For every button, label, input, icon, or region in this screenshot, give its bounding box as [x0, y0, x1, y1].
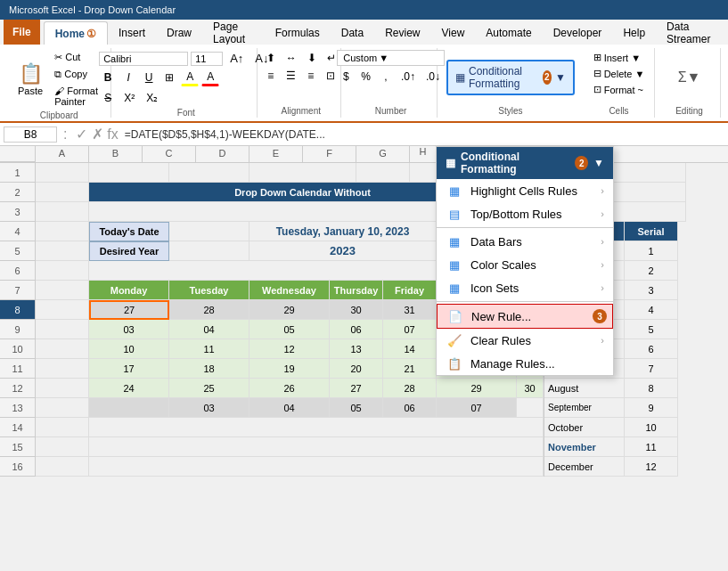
- menu-manage-rules[interactable]: 📋 Manage Rules...: [437, 352, 613, 375]
- today-label[interactable]: Today's Date: [89, 222, 169, 241]
- cell-c1[interactable]: [169, 163, 249, 183]
- cal-12-c[interactable]: 25: [169, 379, 249, 398]
- cell-a6[interactable]: [36, 261, 89, 281]
- tab-insert[interactable]: Insert: [108, 21, 156, 45]
- cal-13-c[interactable]: 03: [169, 398, 249, 418]
- cal-13-b[interactable]: [89, 398, 169, 418]
- insert-button[interactable]: ⊞ Insert ▼: [588, 50, 650, 65]
- tab-file[interactable]: File: [4, 20, 40, 45]
- format-button[interactable]: ⊡ Format ~: [588, 82, 650, 97]
- autosum-button[interactable]: Σ▼: [675, 69, 705, 86]
- day-monday[interactable]: Monday: [89, 281, 169, 300]
- cal-13-e[interactable]: 05: [330, 398, 383, 418]
- bold-button[interactable]: B: [99, 69, 117, 86]
- tab-review[interactable]: Review: [374, 21, 430, 45]
- cal-8-d[interactable]: 29: [249, 300, 330, 320]
- delete-button[interactable]: ⊟ Delete ▼: [588, 66, 650, 81]
- menu-clear-rules[interactable]: 🧹 Clear Rules ›: [437, 329, 613, 352]
- cell-c5[interactable]: [169, 241, 249, 261]
- cell-b14[interactable]: [89, 418, 544, 437]
- cal-12-d[interactable]: 26: [249, 379, 330, 398]
- cal-13-d[interactable]: 04: [249, 398, 330, 418]
- cal-11-c[interactable]: 18: [169, 359, 249, 379]
- cut-button[interactable]: ✂ Cut: [50, 50, 105, 65]
- tab-formulas[interactable]: Formulas: [265, 21, 331, 45]
- cell-c4[interactable]: [169, 222, 249, 241]
- cal-8-f[interactable]: 31: [383, 300, 437, 320]
- tab-data[interactable]: Data: [331, 21, 374, 45]
- desired-year-label[interactable]: Desired Year: [89, 241, 169, 261]
- cal-8-e[interactable]: 30: [330, 300, 383, 320]
- tab-page-layout[interactable]: Page Layout: [202, 21, 265, 45]
- cell-a1[interactable]: [36, 163, 89, 183]
- number-format-dropdown[interactable]: Custom ▼: [337, 50, 445, 66]
- cell-reference-input[interactable]: [4, 126, 57, 143]
- align-top-button[interactable]: ⬆: [262, 50, 280, 66]
- superscript-button[interactable]: X²: [119, 90, 139, 106]
- paste-button[interactable]: 📋 Paste: [12, 61, 48, 98]
- percent-button[interactable]: %: [356, 69, 375, 85]
- cal-12-f[interactable]: 28: [383, 379, 437, 398]
- cal-11-b[interactable]: 17: [89, 359, 169, 379]
- cal-8-c[interactable]: 28: [169, 300, 249, 320]
- tab-developer[interactable]: Developer: [543, 21, 613, 45]
- menu-new-rule[interactable]: 📄 New Rule... 3: [437, 304, 613, 329]
- increase-font-button[interactable]: A↑: [225, 50, 248, 67]
- day-tuesday[interactable]: Tuesday: [169, 281, 249, 300]
- cal-11-e[interactable]: 20: [330, 359, 383, 379]
- cell-a12[interactable]: [36, 379, 89, 398]
- format-painter-button[interactable]: 🖌 Format Painter: [50, 84, 105, 109]
- font-name-input[interactable]: [99, 52, 188, 66]
- day-friday[interactable]: Friday: [383, 281, 437, 300]
- cell-a10[interactable]: [36, 339, 89, 359]
- cal-10-b[interactable]: 10: [89, 339, 169, 359]
- strikethrough-button[interactable]: S: [99, 90, 117, 106]
- currency-button[interactable]: $: [337, 69, 355, 85]
- cal-10-e[interactable]: 13: [330, 339, 383, 359]
- cal-11-d[interactable]: 19: [249, 359, 330, 379]
- cell-a4[interactable]: [36, 222, 89, 241]
- cal-12-h[interactable]: 30: [517, 379, 544, 398]
- cal-8-b[interactable]: 27: [89, 300, 169, 320]
- cal-10-f[interactable]: 14: [383, 339, 437, 359]
- cal-9-f[interactable]: 07: [383, 320, 437, 339]
- tab-home[interactable]: Home ①: [44, 21, 108, 45]
- copy-button[interactable]: ⧉ Copy: [50, 67, 105, 82]
- day-thursday[interactable]: Thursday: [330, 281, 383, 300]
- cell-a13[interactable]: [36, 398, 89, 418]
- cell-a14[interactable]: [36, 418, 89, 437]
- increase-decimal-button[interactable]: .0↑: [397, 69, 420, 85]
- align-center-button[interactable]: ☰: [282, 68, 300, 84]
- conditional-formatting-button[interactable]: ▦ Conditional Formatting 2 ▼: [446, 60, 575, 95]
- cell-a8[interactable]: [36, 300, 89, 320]
- align-left-button[interactable]: ≡: [262, 68, 280, 84]
- cal-13-g[interactable]: 07: [437, 398, 517, 418]
- tab-automate[interactable]: Automate: [475, 21, 542, 45]
- cal-10-c[interactable]: 11: [169, 339, 249, 359]
- cell-e1[interactable]: [356, 163, 410, 183]
- cell-d1[interactable]: [249, 163, 356, 183]
- menu-data-bars[interactable]: ▦ Data Bars ›: [437, 230, 613, 253]
- fill-color-button[interactable]: A: [181, 69, 199, 86]
- day-wednesday[interactable]: Wednesday: [249, 281, 330, 300]
- menu-top-bottom[interactable]: ▤ Top/Bottom Rules ›: [437, 202, 613, 225]
- cell-a11[interactable]: [36, 359, 89, 379]
- subscript-button[interactable]: X₂: [142, 90, 162, 106]
- cell-a2[interactable]: [36, 183, 89, 202]
- align-right-button[interactable]: ≡: [302, 68, 320, 84]
- cell-h13[interactable]: [517, 398, 544, 418]
- align-middle-button[interactable]: ↔: [282, 50, 301, 66]
- font-color-button[interactable]: A: [201, 69, 219, 86]
- comma-button[interactable]: ,: [377, 69, 395, 85]
- cell-a3[interactable]: [36, 202, 89, 222]
- cell-b1[interactable]: [89, 163, 169, 183]
- cell-a9[interactable]: [36, 320, 89, 339]
- today-value[interactable]: Tuesday, January 10, 2023: [249, 222, 437, 241]
- menu-highlight-cells[interactable]: ▦ Highlight Cells Rules ›: [437, 179, 613, 202]
- cal-10-d[interactable]: 12: [249, 339, 330, 359]
- cal-12-b[interactable]: 24: [89, 379, 169, 398]
- cal-12-e[interactable]: 27: [330, 379, 383, 398]
- desired-year-value[interactable]: 2023: [249, 241, 437, 261]
- cal-12-g[interactable]: 29: [437, 379, 517, 398]
- menu-color-scales[interactable]: ▦ Color Scales ›: [437, 253, 613, 276]
